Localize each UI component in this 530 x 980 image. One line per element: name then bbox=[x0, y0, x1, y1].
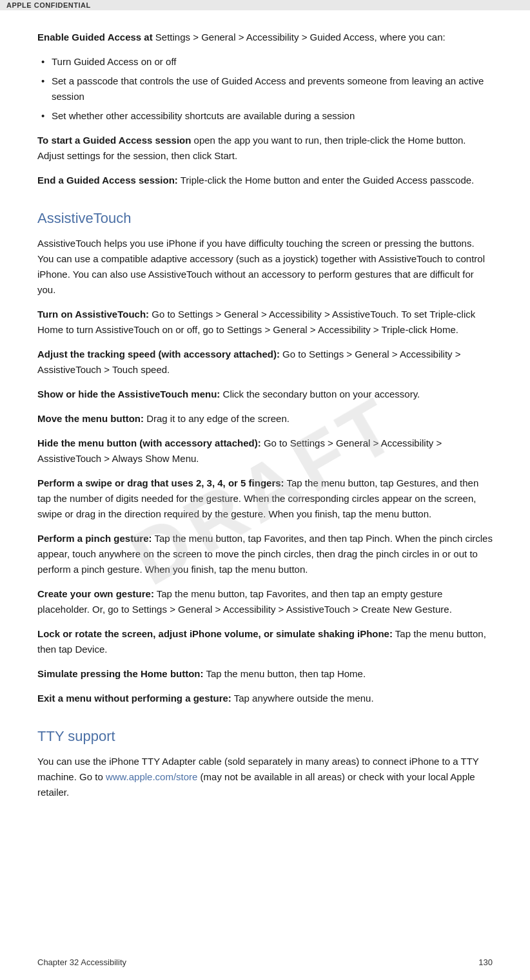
create-gesture-label: Create your own gesture: bbox=[37, 588, 154, 599]
to-start-para: To start a Guided Access session open th… bbox=[37, 133, 493, 164]
enable-guided-access-para: Enable Guided Access at Settings > Gener… bbox=[37, 30, 493, 45]
footer-chapter-label: Chapter 32 Accessibility bbox=[37, 957, 126, 967]
exit-menu-para: Exit a menu without performing a gesture… bbox=[37, 691, 493, 706]
show-hide-text: Click the secondary button on your acces… bbox=[220, 389, 420, 399]
simulate-home-text: Tap the menu button, then tap Home. bbox=[204, 668, 366, 679]
page-wrapper: DRAFT APPLE CONFIDENTIAL Enable Guided A… bbox=[0, 0, 530, 980]
hide-menu-label: Hide the menu button (with accessory att… bbox=[37, 437, 261, 448]
turn-on-para: Turn on AssistiveTouch: Go to Settings >… bbox=[37, 307, 493, 338]
move-menu-label: Move the menu button: bbox=[37, 413, 144, 424]
perform-pinch-label: Perform a pinch gesture: bbox=[37, 533, 152, 544]
show-hide-para: Show or hide the AssistiveTouch menu: Cl… bbox=[37, 387, 493, 402]
perform-swipe-para: Perform a swipe or drag that uses 2, 3, … bbox=[37, 476, 493, 522]
tty-heading: TTY support bbox=[37, 725, 493, 747]
lock-rotate-para: Lock or rotate the screen, adjust iPhone… bbox=[37, 626, 493, 657]
end-session-para: End a Guided Access session: Triple-clic… bbox=[37, 173, 493, 188]
page-footer: Chapter 32 Accessibility 130 bbox=[0, 957, 530, 967]
move-menu-text: Drag it to any edge of the screen. bbox=[144, 413, 290, 424]
lock-rotate-label: Lock or rotate the screen, adjust iPhone… bbox=[37, 628, 393, 639]
show-hide-label: Show or hide the AssistiveTouch menu: bbox=[37, 389, 220, 399]
assistivetouch-section: AssistiveTouch AssistiveTouch helps you … bbox=[37, 207, 493, 706]
top-bar: APPLE CONFIDENTIAL bbox=[0, 0, 530, 10]
simulate-home-label: Simulate pressing the Home button: bbox=[37, 668, 204, 679]
create-gesture-para: Create your own gesture: Tap the menu bu… bbox=[37, 586, 493, 617]
perform-pinch-para: Perform a pinch gesture: Tap the menu bu… bbox=[37, 531, 493, 577]
exit-menu-text: Tap anywhere outside the menu. bbox=[231, 693, 374, 704]
assistivetouch-intro-para: AssistiveTouch helps you use iPhone if y… bbox=[37, 236, 493, 298]
perform-swipe-label: Perform a swipe or drag that uses 2, 3, … bbox=[37, 477, 284, 488]
tty-link[interactable]: www.apple.com/store bbox=[106, 771, 198, 782]
adjust-tracking-label: Adjust the tracking speed (with accessor… bbox=[37, 349, 280, 360]
enable-guided-access-section: Enable Guided Access at Settings > Gener… bbox=[37, 30, 493, 188]
turn-on-label: Turn on AssistiveTouch: bbox=[37, 309, 149, 320]
end-session-text: Triple-click the Home button and enter t… bbox=[178, 175, 474, 186]
tty-para: You can use the iPhone TTY Adapter cable… bbox=[37, 754, 493, 800]
assistivetouch-heading: AssistiveTouch bbox=[37, 207, 493, 229]
main-content: Enable Guided Access at Settings > Gener… bbox=[0, 10, 530, 850]
guided-access-bullets: Turn Guided Access on or off Set a passc… bbox=[37, 54, 493, 124]
enable-guided-access-rest: Settings > General > Accessibility > Gui… bbox=[153, 32, 446, 43]
hide-menu-para: Hide the menu button (with accessory att… bbox=[37, 436, 493, 466]
adjust-tracking-para: Adjust the tracking speed (with accessor… bbox=[37, 347, 493, 378]
bullet-item-3: Set whether other accessibility shortcut… bbox=[37, 108, 493, 124]
enable-guided-access-label: Enable Guided Access at bbox=[37, 32, 153, 43]
simulate-home-para: Simulate pressing the Home button: Tap t… bbox=[37, 666, 493, 682]
apple-confidential-label: APPLE CONFIDENTIAL bbox=[6, 1, 91, 9]
move-menu-para: Move the menu button: Drag it to any edg… bbox=[37, 411, 493, 427]
footer-page-number: 130 bbox=[478, 957, 493, 967]
exit-menu-label: Exit a menu without performing a gesture… bbox=[37, 693, 231, 704]
tty-section: TTY support You can use the iPhone TTY A… bbox=[37, 725, 493, 800]
end-session-label: End a Guided Access session: bbox=[37, 175, 178, 186]
to-start-label: To start a Guided Access session bbox=[37, 135, 191, 146]
bullet-item-2: Set a passcode that controls the use of … bbox=[37, 73, 493, 104]
bullet-item-1: Turn Guided Access on or off bbox=[37, 54, 493, 70]
